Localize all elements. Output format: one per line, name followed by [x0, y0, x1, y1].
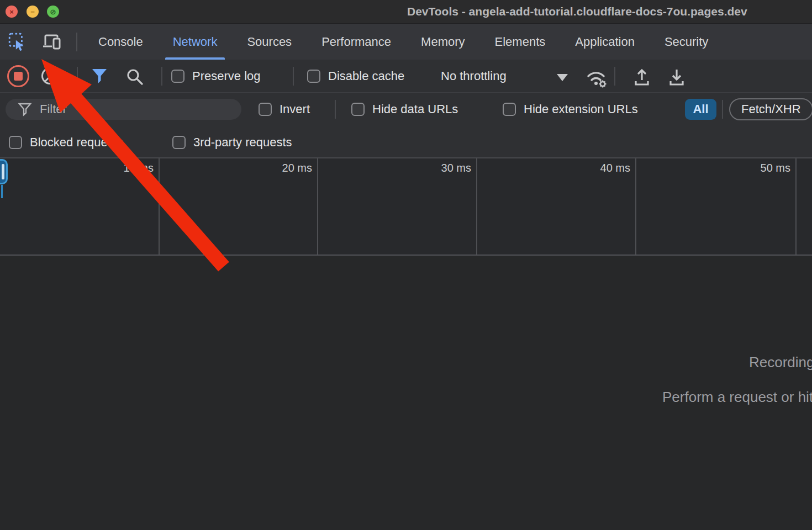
stop-record-icon	[14, 72, 23, 81]
tab-memory[interactable]: Memory	[421, 24, 465, 60]
timeline-gridline	[476, 158, 477, 255]
hide-extension-urls-label: Hide extension URLs	[524, 102, 638, 116]
invert-checkbox[interactable]	[259, 103, 272, 116]
zoom-window-button[interactable]: ⊘	[47, 6, 59, 18]
invert-control: Invert	[259, 93, 310, 126]
toolbar-separator	[335, 100, 336, 119]
preserve-log-control: Preserve log	[171, 60, 261, 93]
filter-input[interactable]: Filter	[6, 99, 241, 120]
chevron-down-icon[interactable]	[557, 74, 568, 81]
hide-data-urls-checkbox[interactable]	[351, 103, 365, 116]
network-conditions-button[interactable]	[584, 68, 610, 88]
blocked-requests-checkbox[interactable]	[9, 136, 22, 149]
funnel-icon	[92, 69, 107, 83]
tab-sources[interactable]: Sources	[247, 24, 292, 60]
inspect-cursor-icon	[8, 32, 28, 52]
tab-network[interactable]: Network	[173, 24, 218, 60]
toolbar-separator	[77, 67, 78, 86]
device-toolbar-icon	[41, 33, 62, 51]
toolbar-separator	[161, 67, 162, 86]
timeline-gridline	[635, 158, 636, 255]
timeline-tick-label: 40 ms	[600, 162, 630, 174]
toolbar-separator	[614, 67, 615, 86]
search-button[interactable]	[125, 67, 144, 86]
filter-toggle-button[interactable]	[90, 67, 109, 85]
network-toolbar: Preserve log Disable cache No throttling	[0, 60, 812, 93]
timeline-gridline	[159, 158, 160, 255]
hide-data-urls-label: Hide data URLs	[372, 102, 458, 116]
third-party-requests-control: 3rd-party requests	[172, 126, 292, 159]
inspect-element-button[interactable]	[7, 31, 29, 53]
disable-cache-checkbox[interactable]	[307, 70, 320, 83]
wifi-gear-icon	[588, 73, 607, 88]
recording-status-text: Recording network activity…	[749, 354, 812, 371]
devtools-tabbar: Console Network Sources Performance Memo…	[0, 24, 812, 60]
blocked-requests-label: Blocked requests	[30, 135, 123, 150]
blocked-requests-control: Blocked requests	[9, 126, 123, 159]
timeline-tick-label: 30 ms	[441, 162, 471, 174]
devtools-window: × − ⊘ DevTools - angela-add-tutorial.clo…	[0, 0, 812, 530]
close-window-button[interactable]: ×	[6, 6, 18, 18]
toolbar-separator	[722, 100, 723, 119]
timeline-gridline	[317, 158, 318, 255]
timeline-tick-label: 20 ms	[282, 162, 312, 174]
timeline-tick-label: 50 ms	[761, 162, 790, 174]
funnel-outline-icon	[18, 102, 32, 116]
minimize-window-button[interactable]: −	[27, 6, 39, 18]
timeline-tick-label: 10 ms	[124, 162, 154, 174]
timeline-gridline	[795, 158, 797, 255]
hide-data-urls-control: Hide data URLs	[351, 93, 458, 126]
upload-icon	[636, 70, 648, 84]
stop-recording-button[interactable]	[7, 65, 29, 87]
toggle-device-toolbar-button[interactable]	[41, 31, 63, 53]
tab-elements[interactable]: Elements	[495, 24, 546, 60]
network-log-empty-area: Recording network activity… Perform a re…	[0, 256, 812, 529]
import-har-button[interactable]	[631, 67, 652, 87]
filter-chip-all[interactable]: All	[685, 99, 716, 120]
clipped-blue-badge	[0, 159, 8, 184]
disable-cache-control: Disable cache	[307, 60, 404, 93]
hide-extension-urls-checkbox[interactable]	[503, 103, 516, 116]
hide-extension-urls-control: Hide extension URLs	[503, 93, 638, 126]
toolbar-separator	[293, 67, 294, 86]
network-filter-row: Filter Invert Hide data URLs Hide extens…	[0, 93, 812, 126]
download-icon	[671, 70, 683, 84]
third-party-requests-label: 3rd-party requests	[193, 135, 292, 150]
third-party-requests-checkbox[interactable]	[172, 136, 186, 149]
tab-security[interactable]: Security	[665, 24, 708, 60]
tab-application[interactable]: Application	[575, 24, 635, 60]
invert-label: Invert	[280, 102, 310, 116]
perform-request-hint-text: Perform a request or hit ⌘ R to record t…	[662, 389, 812, 406]
disable-cache-label: Disable cache	[328, 69, 404, 83]
clipped-blue-badge-line	[1, 185, 3, 198]
throttling-select[interactable]: No throttling	[441, 60, 507, 93]
titlebar: × − ⊘ DevTools - angela-add-tutorial.clo…	[0, 0, 812, 24]
preserve-log-label: Preserve log	[192, 69, 261, 83]
export-har-button[interactable]	[666, 67, 687, 87]
clear-network-log-button[interactable]	[41, 67, 59, 84]
tab-performance[interactable]: Performance	[321, 24, 391, 60]
preserve-log-checkbox[interactable]	[171, 70, 184, 83]
network-overview-timeline[interactable]: 10 ms 20 ms 30 ms 40 ms 50 ms	[0, 158, 812, 256]
toolbar-separator	[76, 33, 77, 51]
filter-placeholder: Filter	[40, 102, 67, 116]
panel-tabs: Console Network Sources Performance Memo…	[98, 24, 708, 60]
tab-console[interactable]: Console	[98, 24, 143, 60]
network-filter-row-2: Blocked requests 3rd-party requests	[0, 126, 812, 158]
window-title: DevTools - angela-add-tutorial.cloudflar…	[407, 5, 747, 18]
filter-chip-fetch-xhr[interactable]: Fetch/XHR	[729, 98, 812, 120]
